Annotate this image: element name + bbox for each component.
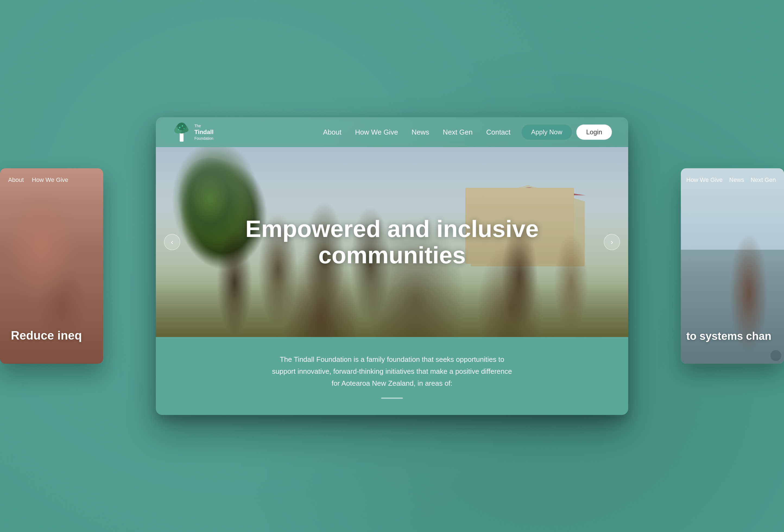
logo-text: The Tindall Foundation [194,123,214,141]
chevron-right-icon: › [611,238,613,247]
description-section: The Tindall Foundation is a family found… [156,337,628,415]
right-panel-text-area: to systems chan [686,330,779,342]
right-panel-headline: to systems chan [686,330,779,342]
right-nav-how: How We Give [686,176,723,184]
nav-news[interactable]: News [412,128,429,136]
svg-point-8 [178,129,179,130]
nav-links: About How We Give News Next Gen Contact [323,128,511,136]
nav-next-gen[interactable]: Next Gen [443,128,473,136]
right-side-panel: How We Give News Next Gen to systems cha… [681,168,784,364]
svg-point-5 [179,127,180,129]
left-panel-headline: Reduce ineq [11,329,92,342]
login-button[interactable]: Login [576,124,612,140]
description-text: The Tindall Foundation is a family found… [270,354,514,390]
logo-icon [172,123,191,142]
left-side-panel: About How We Give Reduce ineq [0,168,103,364]
main-browser-window: The Tindall Foundation About How We Give… [156,117,628,415]
svg-point-6 [182,125,183,127]
hero-content: Empowered and inclusive communities [156,147,628,337]
left-panel-nav: About How We Give [8,176,68,184]
svg-point-4 [177,123,186,130]
carousel-next-button[interactable]: › [604,234,620,250]
right-panel-bg: How We Give News Next Gen to systems cha… [681,168,784,364]
right-nav-nextgen: Next Gen [751,176,776,184]
left-panel-nav-about: About [8,176,24,184]
hero-section: ‹ › Empowered and inclusive communities [156,147,628,337]
scroll-indicator[interactable] [183,397,601,398]
chevron-left-icon: ‹ [171,238,173,247]
left-panel-nav-how: How We Give [32,176,68,184]
logo[interactable]: The Tindall Foundation [172,123,214,142]
navbar: The Tindall Foundation About How We Give… [156,117,628,147]
left-panel-text-area: Reduce ineq [11,329,92,342]
right-nav-news: News [729,176,744,184]
scroll-line [381,397,403,398]
right-panel-nav: How We Give News Next Gen [686,176,776,184]
nav-about[interactable]: About [323,128,341,136]
corner-decoration [771,350,781,361]
apply-now-button[interactable]: Apply Now [522,124,572,140]
left-panel-bg: About How We Give Reduce ineq [0,168,103,364]
hero-headline: Empowered and inclusive communities [229,216,555,269]
svg-point-7 [184,128,185,129]
nav-buttons: Apply Now Login [522,124,612,140]
carousel-prev-button[interactable]: ‹ [164,234,180,250]
nav-how-we-give[interactable]: How We Give [355,128,398,136]
nav-contact[interactable]: Contact [486,128,511,136]
